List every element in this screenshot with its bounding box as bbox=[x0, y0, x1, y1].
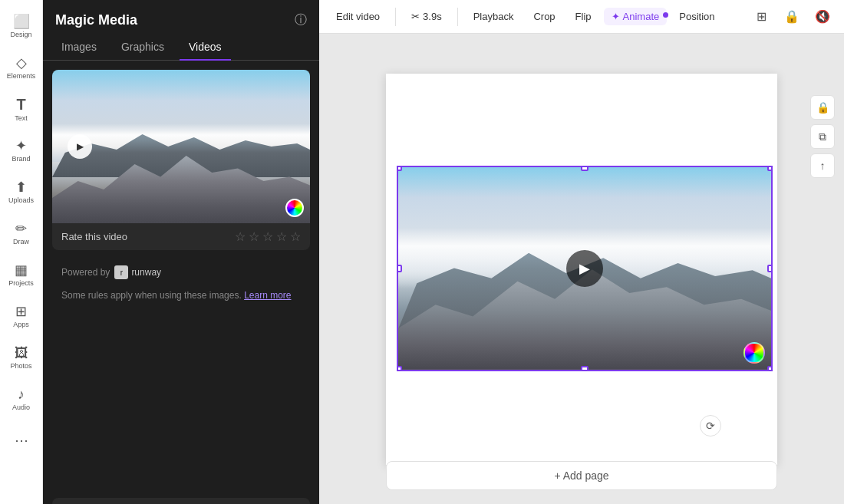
panel-header: Magic Media ⓘ bbox=[43, 0, 319, 35]
rules-text: Some rules apply when using these images… bbox=[52, 285, 310, 311]
add-page-button[interactable]: + Add page bbox=[386, 461, 777, 490]
elements-icon: ◇ bbox=[16, 56, 27, 70]
handle-top-center[interactable] bbox=[581, 166, 588, 171]
handle-middle-right[interactable] bbox=[767, 265, 773, 272]
canvas-right-buttons: 🔒 ⧉ ↑ bbox=[810, 95, 835, 178]
play-button[interactable]: ▶ bbox=[68, 134, 92, 159]
handle-bottom-right[interactable] bbox=[767, 366, 773, 371]
position-button[interactable]: Position bbox=[671, 8, 722, 25]
canvas-lock-icon: 🔒 bbox=[816, 101, 829, 114]
rating-label: Rate this video bbox=[61, 231, 127, 242]
sidebar-item-text[interactable]: T Text bbox=[3, 89, 40, 129]
lock-icon-btn[interactable]: 🔒 bbox=[780, 5, 804, 29]
scissors-icon: ✂ bbox=[411, 11, 420, 22]
sidebar-item-draw[interactable]: ✏ Draw bbox=[3, 213, 40, 253]
canvas-duplicate-btn[interactable]: ⧉ bbox=[810, 124, 835, 149]
flip-button[interactable]: Flip bbox=[568, 8, 599, 25]
sidebar-item-audio[interactable]: ♪ Audio bbox=[3, 379, 40, 419]
star-rating[interactable]: ☆ ☆ ☆ ☆ ☆ bbox=[235, 229, 301, 244]
main-area: Edit video ✂ 3.9s Playback Crop Flip ✦ A… bbox=[319, 0, 844, 504]
canvas-color-wheel bbox=[743, 342, 765, 364]
panel-title: Magic Media bbox=[55, 12, 137, 28]
toolbar-right: ⊞ 🔒 🔇 bbox=[749, 5, 835, 29]
handle-bottom-center[interactable] bbox=[581, 366, 588, 371]
toolbar: Edit video ✂ 3.9s Playback Crop Flip ✦ A… bbox=[319, 0, 844, 34]
info-icon[interactable]: ⓘ bbox=[295, 12, 307, 28]
video-thumbnail: ▶ bbox=[52, 70, 310, 223]
edit-video-button[interactable]: Edit video bbox=[328, 8, 387, 25]
handle-bottom-left[interactable] bbox=[397, 366, 402, 371]
playback-button[interactable]: Playback bbox=[466, 8, 522, 25]
left-sidebar: ⬜ Design ◇ Elements T Text ✦ Brand ⬆ Upl… bbox=[0, 0, 43, 504]
video-rating: Rate this video ☆ ☆ ☆ ☆ ☆ bbox=[52, 223, 310, 250]
canvas-duplicate-icon: ⧉ bbox=[819, 130, 826, 143]
grid-icon-btn[interactable]: ⊞ bbox=[749, 5, 773, 29]
separator-2 bbox=[457, 8, 458, 26]
more-icon: ⋯ bbox=[15, 433, 28, 447]
star-3[interactable]: ☆ bbox=[262, 229, 273, 244]
runway-icon: r bbox=[114, 265, 128, 279]
grid-icon: ⊞ bbox=[757, 9, 767, 24]
magic-media-panel: Magic Media ⓘ Images Graphics Videos ▶ R… bbox=[43, 0, 319, 504]
draw-icon: ✏ bbox=[15, 222, 27, 236]
handle-middle-left[interactable] bbox=[397, 265, 402, 272]
canvas-play-button[interactable]: ▶ bbox=[566, 250, 603, 287]
wand-icon: ✦ bbox=[612, 11, 620, 22]
canvas-page: ▶ ↻ bbox=[386, 74, 777, 465]
brand-icon: ✦ bbox=[15, 139, 27, 153]
sidebar-item-photos[interactable]: 🖼 Photos bbox=[3, 338, 40, 377]
panel-tabs: Images Graphics Videos bbox=[43, 35, 319, 61]
tab-graphics[interactable]: Graphics bbox=[112, 35, 173, 61]
star-1[interactable]: ☆ bbox=[235, 229, 246, 244]
handle-top-right[interactable] bbox=[767, 166, 773, 171]
sidebar-item-projects[interactable]: ▦ Projects bbox=[3, 255, 40, 295]
sidebar-item-design[interactable]: ⬜ Design bbox=[3, 6, 40, 46]
canvas-share-icon: ↑ bbox=[820, 160, 826, 172]
sidebar-item-more[interactable]: ⋯ bbox=[3, 420, 40, 460]
runway-logo: r runway bbox=[114, 265, 161, 279]
learn-more-link[interactable]: Learn more bbox=[244, 290, 291, 301]
star-5[interactable]: ☆ bbox=[290, 229, 301, 244]
audio-icon: ♪ bbox=[18, 387, 25, 401]
duration-button[interactable]: ✂ 3.9s bbox=[404, 8, 450, 25]
rotate-handle[interactable]: ↻ bbox=[771, 166, 773, 167]
sidebar-item-uploads[interactable]: ⬆ Uploads bbox=[3, 172, 40, 212]
star-2[interactable]: ☆ bbox=[249, 229, 259, 244]
panel-scroll-content: ▶ Rate this video ☆ ☆ ☆ ☆ ☆ Powered by r… bbox=[43, 61, 319, 498]
design-icon: ⬜ bbox=[13, 15, 30, 28]
time-sync-button[interactable]: ⟳ bbox=[700, 415, 721, 436]
powered-by: Powered by r runway bbox=[52, 259, 310, 285]
video-card: ▶ Rate this video ☆ ☆ ☆ ☆ ☆ bbox=[52, 70, 310, 250]
animate-wrap: ✦ Animate bbox=[604, 8, 668, 25]
star-4[interactable]: ☆ bbox=[276, 229, 287, 244]
crop-button[interactable]: Crop bbox=[526, 8, 562, 25]
apps-icon: ⊞ bbox=[15, 305, 27, 318]
tab-videos[interactable]: Videos bbox=[180, 35, 231, 61]
canvas-lock-btn[interactable]: 🔒 bbox=[810, 95, 835, 120]
animate-dot bbox=[663, 12, 668, 18]
notice-box: ⚑ We're evolving this new technology wit… bbox=[52, 498, 310, 504]
sound-icon-btn[interactable]: 🔇 bbox=[810, 5, 835, 29]
sidebar-item-apps[interactable]: ⊞ Apps bbox=[3, 296, 40, 336]
sidebar-item-elements[interactable]: ◇ Elements bbox=[3, 48, 40, 87]
canvas-share-btn[interactable]: ↑ bbox=[810, 153, 835, 178]
color-swatch[interactable] bbox=[285, 199, 304, 217]
sound-icon: 🔇 bbox=[815, 9, 830, 24]
canvas-video-element[interactable]: ▶ ↻ bbox=[397, 166, 773, 371]
separator-1 bbox=[395, 8, 396, 26]
animate-button[interactable]: ✦ Animate bbox=[604, 8, 668, 25]
canvas-area: ▶ ↻ ⟳ 🔒 ⧉ bbox=[319, 34, 844, 504]
text-icon: T bbox=[16, 97, 25, 112]
photos-icon: 🖼 bbox=[15, 346, 28, 360]
sidebar-item-brand[interactable]: ✦ Brand bbox=[3, 130, 40, 170]
projects-icon: ▦ bbox=[15, 263, 28, 277]
uploads-icon: ⬆ bbox=[15, 180, 27, 194]
handle-top-left[interactable] bbox=[397, 166, 402, 171]
tab-images[interactable]: Images bbox=[52, 35, 106, 61]
lock-icon: 🔒 bbox=[784, 9, 799, 24]
